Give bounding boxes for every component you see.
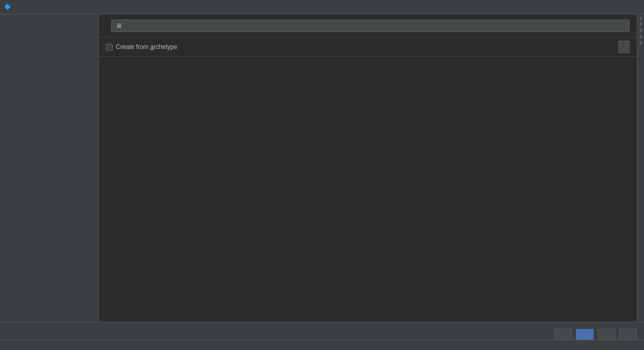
archetype-list[interactable] <box>99 56 637 322</box>
archetype-label: Create from archetype <box>116 43 177 51</box>
status-bar <box>0 340 644 350</box>
sdk-dropdown[interactable]: 🖥 <box>111 20 630 32</box>
module-icon: 🔷 <box>4 4 11 11</box>
checkbox-row: Create from archetype <box>99 38 637 56</box>
sdk-row: 🖥 <box>99 14 637 38</box>
archetype-checkbox[interactable] <box>106 44 113 51</box>
main-container: 🖥 Create from archetype 1 2 3 4 5 <box>0 14 644 322</box>
title-bar-left: 🔷 <box>4 4 14 11</box>
add-archetype-button[interactable] <box>618 41 630 53</box>
scroll-indicators: 1 2 3 4 5 <box>637 14 644 322</box>
sidebar <box>0 14 99 322</box>
sdk-icon: 🖥 <box>116 22 122 29</box>
sdk-dropdown-value: 🖥 <box>116 22 125 29</box>
title-bar: 🔷 <box>0 0 644 14</box>
content-area: 🖥 Create from archetype <box>99 14 637 322</box>
